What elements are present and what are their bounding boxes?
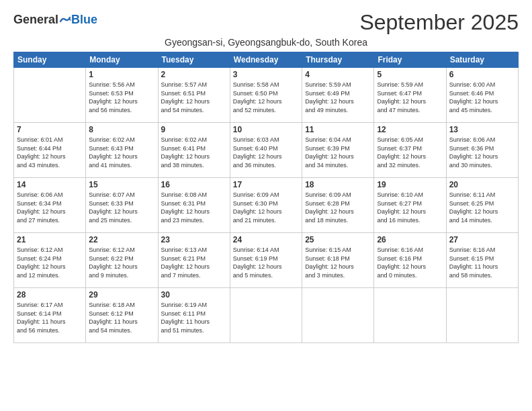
day-info: Sunrise: 5:59 AM Sunset: 6:47 PM Dayligh… xyxy=(377,81,443,114)
logo-wave-icon xyxy=(59,15,71,24)
header-friday: Friday xyxy=(374,52,446,68)
day-info: Sunrise: 6:09 AM Sunset: 6:30 PM Dayligh… xyxy=(233,191,299,224)
header-sunday: Sunday xyxy=(14,52,86,68)
day-info: Sunrise: 6:05 AM Sunset: 6:37 PM Dayligh… xyxy=(377,136,443,169)
calendar-cell xyxy=(230,288,302,343)
day-number: 3 xyxy=(233,70,299,79)
subtitle: Gyeongsan-si, Gyeongsangbuk-do, South Ko… xyxy=(13,37,519,48)
calendar-cell: 26Sunrise: 6:16 AM Sunset: 6:16 PM Dayli… xyxy=(374,233,446,288)
calendar: Sunday Monday Tuesday Wednesday Thursday… xyxy=(13,52,519,343)
day-info: Sunrise: 6:12 AM Sunset: 6:22 PM Dayligh… xyxy=(89,246,154,279)
day-info: Sunrise: 5:58 AM Sunset: 6:50 PM Dayligh… xyxy=(233,81,299,114)
day-info: Sunrise: 6:02 AM Sunset: 6:43 PM Dayligh… xyxy=(89,136,154,169)
day-info: Sunrise: 6:16 AM Sunset: 6:16 PM Dayligh… xyxy=(377,246,443,279)
day-number: 21 xyxy=(17,235,83,244)
calendar-cell: 10Sunrise: 6:03 AM Sunset: 6:40 PM Dayli… xyxy=(230,123,302,178)
day-number: 13 xyxy=(449,125,515,134)
calendar-cell: 28Sunrise: 6:17 AM Sunset: 6:14 PM Dayli… xyxy=(14,288,86,343)
day-info: Sunrise: 6:00 AM Sunset: 6:46 PM Dayligh… xyxy=(449,81,515,114)
day-number: 8 xyxy=(89,125,154,134)
calendar-cell: 4Sunrise: 5:59 AM Sunset: 6:49 PM Daylig… xyxy=(302,68,374,123)
month-title: September 2025 xyxy=(359,11,519,34)
calendar-cell xyxy=(302,288,374,343)
day-number: 5 xyxy=(377,70,443,79)
calendar-cell: 25Sunrise: 6:15 AM Sunset: 6:18 PM Dayli… xyxy=(302,233,374,288)
calendar-cell: 19Sunrise: 6:10 AM Sunset: 6:27 PM Dayli… xyxy=(374,178,446,233)
day-number: 22 xyxy=(89,235,154,244)
calendar-cell: 7Sunrise: 6:01 AM Sunset: 6:44 PM Daylig… xyxy=(14,123,86,178)
day-info: Sunrise: 6:19 AM Sunset: 6:11 PM Dayligh… xyxy=(161,301,227,334)
week-row-1: 1Sunrise: 5:56 AM Sunset: 6:53 PM Daylig… xyxy=(14,68,519,123)
day-number: 19 xyxy=(377,180,443,189)
header: General Blue September 2025 xyxy=(13,11,519,34)
calendar-cell: 27Sunrise: 6:16 AM Sunset: 6:15 PM Dayli… xyxy=(446,233,518,288)
day-number: 7 xyxy=(17,125,83,134)
day-number: 10 xyxy=(233,125,299,134)
calendar-cell: 2Sunrise: 5:57 AM Sunset: 6:51 PM Daylig… xyxy=(158,68,230,123)
day-info: Sunrise: 6:17 AM Sunset: 6:14 PM Dayligh… xyxy=(17,301,83,334)
day-number: 26 xyxy=(377,235,443,244)
header-wednesday: Wednesday xyxy=(230,52,302,68)
day-info: Sunrise: 6:16 AM Sunset: 6:15 PM Dayligh… xyxy=(449,246,515,279)
day-info: Sunrise: 5:57 AM Sunset: 6:51 PM Dayligh… xyxy=(161,81,227,114)
day-number: 6 xyxy=(449,70,515,79)
calendar-cell: 24Sunrise: 6:14 AM Sunset: 6:19 PM Dayli… xyxy=(230,233,302,288)
day-info: Sunrise: 6:10 AM Sunset: 6:27 PM Dayligh… xyxy=(377,191,443,224)
day-info: Sunrise: 6:07 AM Sunset: 6:33 PM Dayligh… xyxy=(89,191,154,224)
calendar-cell: 9Sunrise: 6:02 AM Sunset: 6:41 PM Daylig… xyxy=(158,123,230,178)
calendar-cell: 16Sunrise: 6:08 AM Sunset: 6:31 PM Dayli… xyxy=(158,178,230,233)
calendar-cell: 5Sunrise: 5:59 AM Sunset: 6:47 PM Daylig… xyxy=(374,68,446,123)
header-thursday: Thursday xyxy=(302,52,374,68)
day-info: Sunrise: 5:56 AM Sunset: 6:53 PM Dayligh… xyxy=(89,81,154,114)
day-number: 16 xyxy=(161,180,227,189)
calendar-cell xyxy=(14,68,86,123)
day-number: 1 xyxy=(89,70,154,79)
day-number: 11 xyxy=(305,125,371,134)
day-number: 17 xyxy=(233,180,299,189)
day-info: Sunrise: 6:02 AM Sunset: 6:41 PM Dayligh… xyxy=(161,136,227,169)
day-info: Sunrise: 6:08 AM Sunset: 6:31 PM Dayligh… xyxy=(161,191,227,224)
day-number: 28 xyxy=(17,290,83,300)
header-tuesday: Tuesday xyxy=(158,52,230,68)
header-monday: Monday xyxy=(86,52,158,68)
calendar-cell: 11Sunrise: 6:04 AM Sunset: 6:39 PM Dayli… xyxy=(302,123,374,178)
calendar-cell: 18Sunrise: 6:09 AM Sunset: 6:28 PM Dayli… xyxy=(302,178,374,233)
day-info: Sunrise: 6:11 AM Sunset: 6:25 PM Dayligh… xyxy=(449,191,515,224)
day-number: 4 xyxy=(305,70,371,79)
day-number: 9 xyxy=(161,125,227,134)
day-info: Sunrise: 6:15 AM Sunset: 6:18 PM Dayligh… xyxy=(305,246,371,279)
calendar-cell: 23Sunrise: 6:13 AM Sunset: 6:21 PM Dayli… xyxy=(158,233,230,288)
day-number: 30 xyxy=(161,290,227,300)
calendar-cell: 20Sunrise: 6:11 AM Sunset: 6:25 PM Dayli… xyxy=(446,178,518,233)
day-number: 27 xyxy=(449,235,515,244)
day-number: 12 xyxy=(377,125,443,134)
day-info: Sunrise: 6:13 AM Sunset: 6:21 PM Dayligh… xyxy=(161,246,227,279)
calendar-cell: 14Sunrise: 6:06 AM Sunset: 6:34 PM Dayli… xyxy=(14,178,86,233)
calendar-cell: 29Sunrise: 6:18 AM Sunset: 6:12 PM Dayli… xyxy=(86,288,158,343)
week-row-3: 14Sunrise: 6:06 AM Sunset: 6:34 PM Dayli… xyxy=(14,178,519,233)
calendar-cell: 3Sunrise: 5:58 AM Sunset: 6:50 PM Daylig… xyxy=(230,68,302,123)
day-number: 20 xyxy=(449,180,515,189)
calendar-cell: 15Sunrise: 6:07 AM Sunset: 6:33 PM Dayli… xyxy=(86,178,158,233)
calendar-cell: 1Sunrise: 5:56 AM Sunset: 6:53 PM Daylig… xyxy=(86,68,158,123)
day-number: 15 xyxy=(89,180,154,189)
logo: General Blue xyxy=(13,13,97,26)
day-number: 23 xyxy=(161,235,227,244)
day-info: Sunrise: 6:14 AM Sunset: 6:19 PM Dayligh… xyxy=(233,246,299,279)
day-info: Sunrise: 6:06 AM Sunset: 6:36 PM Dayligh… xyxy=(449,136,515,169)
day-info: Sunrise: 6:12 AM Sunset: 6:24 PM Dayligh… xyxy=(17,246,83,279)
day-number: 18 xyxy=(305,180,371,189)
day-info: Sunrise: 5:59 AM Sunset: 6:49 PM Dayligh… xyxy=(305,81,371,114)
day-info: Sunrise: 6:04 AM Sunset: 6:39 PM Dayligh… xyxy=(305,136,371,169)
day-info: Sunrise: 6:18 AM Sunset: 6:12 PM Dayligh… xyxy=(89,301,154,334)
calendar-cell xyxy=(374,288,446,343)
logo-general: General xyxy=(13,13,58,26)
calendar-cell: 12Sunrise: 6:05 AM Sunset: 6:37 PM Dayli… xyxy=(374,123,446,178)
calendar-cell: 13Sunrise: 6:06 AM Sunset: 6:36 PM Dayli… xyxy=(446,123,518,178)
week-row-4: 21Sunrise: 6:12 AM Sunset: 6:24 PM Dayli… xyxy=(14,233,519,288)
calendar-cell: 8Sunrise: 6:02 AM Sunset: 6:43 PM Daylig… xyxy=(86,123,158,178)
day-info: Sunrise: 6:01 AM Sunset: 6:44 PM Dayligh… xyxy=(17,136,83,169)
day-number: 14 xyxy=(17,180,83,189)
week-row-2: 7Sunrise: 6:01 AM Sunset: 6:44 PM Daylig… xyxy=(14,123,519,178)
calendar-cell xyxy=(446,288,518,343)
